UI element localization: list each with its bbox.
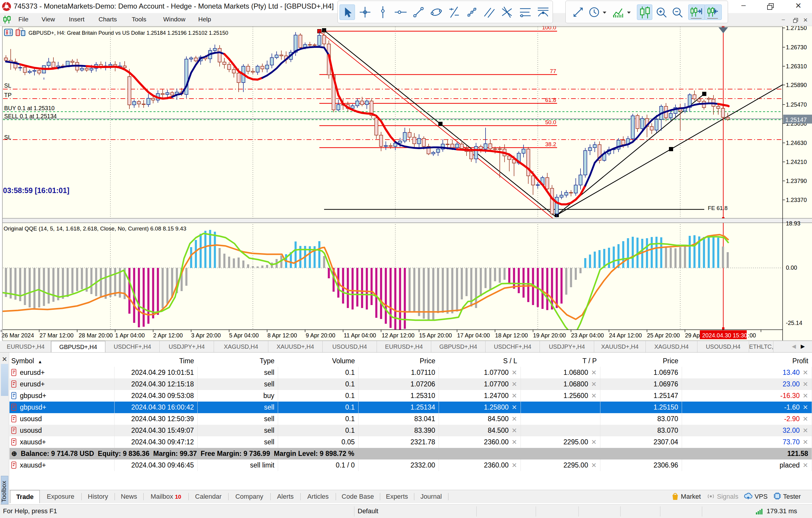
svg-text:25 Apr 20:00: 25 Apr 20:00	[647, 332, 680, 338]
svg-text:26 Mar 2024: 26 Mar 2024	[1, 332, 34, 338]
svg-text:8 Apr 12:00: 8 Apr 12:00	[267, 332, 297, 338]
svg-text:SL: SL	[4, 82, 11, 89]
svg-text:18 Apr 12:00: 18 Apr 12:00	[495, 332, 528, 338]
svg-text:-25.14: -25.14	[786, 320, 802, 326]
svg-text:18.93: 18.93	[786, 220, 801, 227]
svg-text:FE 61.8: FE 61.8	[708, 205, 728, 211]
svg-text:1.26730: 1.26730	[786, 44, 807, 51]
svg-text:0.00: 0.00	[786, 264, 797, 271]
svg-text:GBPUSD+, H4: Great Britain Po: GBPUSD+, H4: Great Britain Pound vs US D…	[28, 30, 228, 36]
svg-text:15 Apr 20:00: 15 Apr 20:00	[419, 332, 452, 338]
svg-text:17 Apr 04:00: 17 Apr 04:00	[457, 332, 490, 338]
svg-text:27 Mar 12:00: 27 Mar 12:00	[39, 332, 74, 338]
svg-text:77: 77	[550, 68, 556, 74]
svg-text:3 Apr 20:00: 3 Apr 20:00	[191, 332, 221, 338]
svg-text:1.25470: 1.25470	[786, 101, 807, 108]
svg-text:23 Apr 04:00: 23 Apr 04:00	[571, 332, 604, 338]
svg-text:TP: TP	[4, 92, 11, 98]
svg-text:19 Apr 20:00: 19 Apr 20:00	[533, 332, 566, 338]
svg-text:2024.04.30 15:30: 2024.04.30 15:30	[702, 332, 747, 338]
svg-text:Original QQE (14, 5, 14, 1.618: Original QQE (14, 5, 14, 1.618, 2.618, C…	[4, 225, 186, 232]
svg-text:BUY 0.1 at 1.25310: BUY 0.1 at 1.25310	[4, 105, 55, 111]
svg-text:28 Mar 20:00: 28 Mar 20:00	[79, 332, 113, 338]
svg-text:SL: SL	[4, 134, 11, 140]
svg-text:50.0: 50.0	[545, 119, 556, 125]
svg-text:2 Apr 12:00: 2 Apr 12:00	[153, 332, 183, 338]
svg-text:1.25147: 1.25147	[785, 116, 807, 123]
svg-text:1.26310: 1.26310	[786, 63, 807, 70]
svg-text:61.8: 61.8	[545, 97, 556, 103]
svg-text:9 Apr 20:00: 9 Apr 20:00	[306, 332, 336, 338]
svg-text:12 Apr 12:00: 12 Apr 12:00	[382, 332, 415, 338]
svg-text:29 Apr: 29 Apr	[685, 332, 702, 338]
svg-text:11 Apr 04:00: 11 Apr 04:00	[344, 332, 376, 338]
svg-text:24 Apr 12:00: 24 Apr 12:00	[609, 332, 642, 338]
svg-text:1.24210: 1.24210	[786, 159, 807, 165]
svg-text::00: :00	[748, 332, 756, 338]
svg-text:1.24630: 1.24630	[786, 140, 807, 146]
svg-text:38.2: 38.2	[545, 141, 556, 147]
svg-text:SELL 0.1 at 1.25134: SELL 0.1 at 1.25134	[4, 113, 57, 119]
svg-text:1 Apr 04:00: 1 Apr 04:00	[115, 332, 145, 338]
svg-text:03:58:59 [16:01:01]: 03:58:59 [16:01:01]	[3, 186, 69, 195]
svg-text:1.25890: 1.25890	[786, 82, 807, 88]
svg-text:1.23790: 1.23790	[786, 178, 807, 184]
svg-text:5 Apr 04:00: 5 Apr 04:00	[229, 332, 259, 338]
svg-text:1.23370: 1.23370	[786, 197, 807, 203]
